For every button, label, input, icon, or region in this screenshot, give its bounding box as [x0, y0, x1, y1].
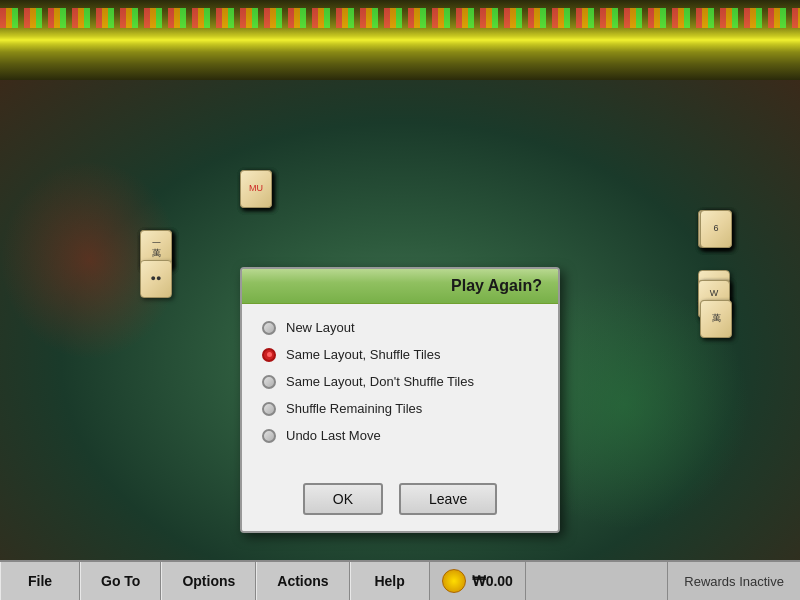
- dialog-overlay: Play Again? New Layout Same Layout, Shuf…: [0, 160, 800, 600]
- top-bar: [0, 0, 800, 80]
- radio-shuffle-remaining[interactable]: [262, 402, 276, 416]
- score-display: ₩0.00: [430, 562, 526, 600]
- option-undo-last-move[interactable]: Undo Last Move: [262, 428, 538, 443]
- top-bar-decoration: [0, 8, 800, 28]
- game-background: 竹●●● ●●●●●● 七萬 MU 四萬 四萬 ●●●● 4 4 6 東: [0, 80, 800, 600]
- option-same-layout-no-shuffle[interactable]: Same Layout, Don't Shuffle Tiles: [262, 374, 538, 389]
- radio-new-layout[interactable]: [262, 321, 276, 335]
- actions-menu-button[interactable]: Actions: [256, 562, 349, 600]
- ok-button[interactable]: OK: [303, 483, 383, 515]
- radio-same-layout-shuffle[interactable]: [262, 348, 276, 362]
- option-new-layout[interactable]: New Layout: [262, 320, 538, 335]
- taskbar: File Go To Options Actions Help ₩0.00 Re…: [0, 560, 800, 600]
- option-shuffle-remaining[interactable]: Shuffle Remaining Tiles: [262, 401, 538, 416]
- radio-undo-last-move[interactable]: [262, 429, 276, 443]
- leave-button[interactable]: Leave: [399, 483, 497, 515]
- file-menu-button[interactable]: File: [0, 562, 80, 600]
- dialog-title: Play Again?: [242, 269, 558, 304]
- help-menu-button[interactable]: Help: [350, 562, 430, 600]
- play-again-dialog: Play Again? New Layout Same Layout, Shuf…: [240, 267, 560, 533]
- rewards-status: Rewards Inactive: [667, 562, 800, 600]
- dialog-body: New Layout Same Layout, Shuffle Tiles Sa…: [242, 304, 558, 471]
- options-menu-button[interactable]: Options: [161, 562, 256, 600]
- dialog-buttons: OK Leave: [242, 471, 558, 531]
- radio-same-layout-no-shuffle[interactable]: [262, 375, 276, 389]
- goto-menu-button[interactable]: Go To: [80, 562, 161, 600]
- option-same-layout-shuffle[interactable]: Same Layout, Shuffle Tiles: [262, 347, 538, 362]
- score-icon: [442, 569, 466, 593]
